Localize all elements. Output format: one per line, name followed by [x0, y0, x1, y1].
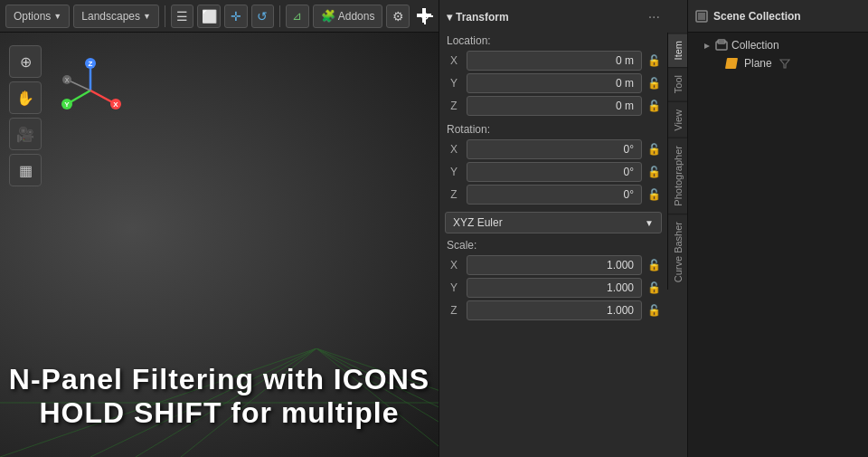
collection-icon — [715, 39, 728, 52]
rotation-label: Rotation: — [445, 123, 662, 136]
collection-label: Collection — [731, 39, 779, 52]
landscapes-button[interactable]: Landscapes ▼ — [73, 5, 159, 28]
axis-indicator: Z X Y X — [54, 54, 127, 127]
plane-label: Plane — [744, 57, 772, 70]
rotation-y-input[interactable]: 0° — [467, 162, 642, 182]
tab-curve-basher[interactable]: Curve Basher — [668, 214, 687, 290]
addons-button[interactable]: 🧩 Addons — [313, 5, 383, 28]
svg-text:X: X — [113, 100, 118, 109]
viewport[interactable]: Options ▼ Landscapes ▼ ☰ ⬜ ✛ ↺ — [0, 0, 439, 457]
plane-mesh-icon — [725, 58, 738, 69]
euler-select[interactable]: XYZ Euler ▼ — [445, 212, 662, 233]
location-y-lock[interactable]: 🔓 — [646, 75, 662, 91]
scene-collection-icon — [695, 10, 708, 23]
settings-btn[interactable]: ⚙ — [386, 5, 410, 28]
camera-tool-btn[interactable]: 🎥 — [9, 118, 42, 150]
plus-circle-icon: ⊕ — [20, 53, 32, 71]
location-x-row: X 0 m 🔓 — [445, 51, 662, 71]
plane-item[interactable]: Plane — [688, 54, 868, 72]
box-select-icon: ⬜ — [202, 9, 217, 24]
add-icon: ✛ — [231, 9, 241, 24]
location-y-row: Y 0 m 🔓 — [445, 73, 662, 93]
history-btn[interactable]: ↺ — [251, 5, 275, 28]
viewport-grid — [0, 348, 439, 457]
location-group: Location: X 0 m 🔓 Y 0 m 🔓 Z — [445, 34, 662, 116]
location-z-lock[interactable]: 🔓 — [646, 98, 662, 114]
rotation-y-lock[interactable]: 🔓 — [646, 164, 662, 180]
tab-item[interactable]: Item — [668, 33, 687, 67]
addons-icon: 🧩 — [321, 9, 335, 23]
svg-text:Y: Y — [64, 100, 70, 109]
scene-collection-title: Scene Collection — [713, 10, 801, 23]
tab-tool[interactable]: Tool — [668, 67, 687, 100]
hand-icon: ✋ — [16, 90, 34, 107]
separator-1 — [165, 5, 165, 27]
scale-group: Scale: X 1.000 🔓 Y 1.000 🔓 Z — [445, 239, 662, 320]
sz-label: Z — [445, 304, 463, 317]
sx-label: X — [445, 259, 463, 271]
scale-y-lock[interactable]: 🔓 — [646, 280, 662, 296]
outliner-content: Collection Plane — [688, 33, 868, 457]
scale-y-row: Y 1.000 🔓 — [445, 278, 662, 298]
svg-rect-25 — [698, 13, 705, 20]
box-select-btn[interactable]: ⬜ — [197, 5, 221, 28]
rotation-y-row: Y 0° 🔓 — [445, 162, 662, 182]
tab-view[interactable]: View — [668, 101, 687, 138]
filter-btn[interactable]: ⊿ — [286, 5, 309, 28]
scale-z-input[interactable]: 1.000 — [467, 300, 642, 320]
tab-photographer[interactable]: Photographer — [668, 138, 687, 214]
props-content: ▾ Transform ··· Location: X 0 m 🔓 Y — [439, 0, 667, 457]
add-btn[interactable]: ✛ — [224, 5, 248, 28]
grid-tool-btn[interactable]: ▦ — [9, 154, 42, 186]
n-panel-tabs: Item Tool View Photographer Curve Basher — [667, 33, 687, 290]
grab-tool-btn[interactable]: ✋ — [9, 81, 42, 114]
svg-marker-26 — [704, 43, 710, 49]
rotation-z-input[interactable]: 0° — [467, 185, 642, 205]
outliner-header: Scene Collection — [688, 0, 868, 33]
location-z-row: Z 0 m 🔓 — [445, 96, 662, 116]
add-tool-btn[interactable]: ⊕ — [9, 45, 42, 78]
collapse-icon[interactable]: ▾ — [447, 11, 452, 24]
transform-title: ▾ Transform — [447, 11, 509, 24]
scale-y-input[interactable]: 1.000 — [467, 278, 642, 298]
location-y-input[interactable]: 0 m — [467, 73, 642, 93]
sy-label: Y — [445, 281, 463, 294]
main-container: Options ▼ Landscapes ▼ ☰ ⬜ ✛ ↺ — [0, 0, 868, 457]
rotation-x-input[interactable]: 0° — [467, 139, 642, 159]
collection-item[interactable]: Collection — [688, 36, 868, 54]
y-label: Y — [445, 77, 463, 90]
x-label: X — [445, 54, 463, 67]
svg-text:X: X — [65, 77, 70, 83]
svg-marker-29 — [780, 60, 789, 68]
scale-x-lock[interactable]: 🔓 — [646, 257, 662, 273]
list-icon-btn[interactable]: ☰ — [171, 5, 194, 28]
panel-more-btn[interactable]: ··· — [648, 9, 660, 25]
location-x-input[interactable]: 0 m — [467, 51, 642, 71]
list-icon: ☰ — [176, 9, 188, 24]
rotation-x-lock[interactable]: 🔓 — [646, 141, 662, 157]
rotation-x-row: X 0° 🔓 — [445, 139, 662, 159]
location-x-lock[interactable]: 🔓 — [646, 52, 662, 69]
rotation-z-lock[interactable]: 🔓 — [646, 186, 662, 203]
svg-text:Z: Z — [89, 60, 93, 68]
outliner: Scene Collection Collection — [687, 0, 868, 457]
scale-label: Scale: — [445, 239, 662, 252]
scale-x-input[interactable]: 1.000 — [467, 255, 642, 275]
svg-point-2 — [422, 14, 428, 19]
z-label: Z — [445, 100, 463, 112]
euler-dropdown-icon: ▼ — [645, 218, 654, 228]
grid-icon: ▦ — [19, 162, 33, 179]
scale-z-row: Z 1.000 🔓 — [445, 300, 662, 320]
dropdown-arrow2-icon: ▼ — [143, 12, 151, 21]
options-button[interactable]: Options ▼ — [5, 5, 70, 28]
location-z-input[interactable]: 0 m — [467, 96, 642, 116]
top-toolbar: Options ▼ Landscapes ▼ ☰ ⬜ ✛ ↺ — [0, 0, 439, 33]
separator-2 — [279, 5, 280, 27]
cursor — [417, 8, 433, 24]
scale-x-row: X 1.000 🔓 — [445, 255, 662, 275]
rotation-group: Rotation: X 0° 🔓 Y 0° 🔓 Z — [445, 123, 662, 205]
scale-z-lock[interactable]: 🔓 — [646, 302, 662, 319]
dropdown-arrow-icon: ▼ — [53, 12, 61, 21]
rx-label: X — [445, 143, 463, 156]
gear-icon: ⚙ — [392, 9, 404, 24]
